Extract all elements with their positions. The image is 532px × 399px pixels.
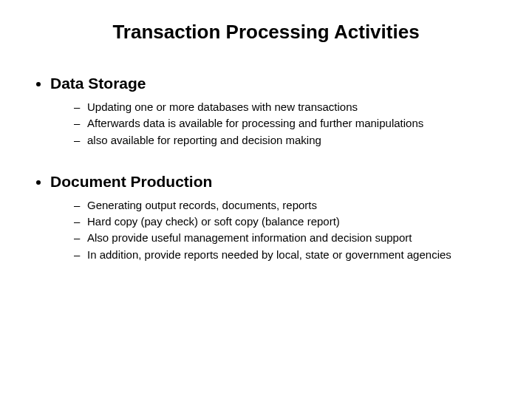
list-item: Hard copy (pay check) or soft copy (bala… xyxy=(74,214,502,229)
list-item: Updating one or more databases with new … xyxy=(74,100,502,115)
list-item: Generating output records, documents, re… xyxy=(74,198,502,213)
section-heading: Data Storage xyxy=(50,75,146,92)
list-item: Also provide useful management informati… xyxy=(74,231,502,245)
slide: Transaction Processing Activities Data S… xyxy=(0,0,532,399)
list-item: also available for reporting and decisio… xyxy=(74,133,502,148)
sub-bullet-list: Updating one or more databases with new … xyxy=(50,100,502,148)
slide-title: Transaction Processing Activities xyxy=(30,21,502,44)
section-data-storage: Data Storage Updating one or more databa… xyxy=(50,75,502,148)
list-item: In addition, provide reports needed by l… xyxy=(74,248,502,262)
bullet-list: Data Storage Updating one or more databa… xyxy=(30,75,502,262)
sub-bullet-list: Generating output records, documents, re… xyxy=(50,198,502,262)
list-item: Afterwards data is available for process… xyxy=(74,116,502,131)
section-heading: Document Production xyxy=(50,173,212,190)
section-document-production: Document Production Generating output re… xyxy=(50,173,502,262)
